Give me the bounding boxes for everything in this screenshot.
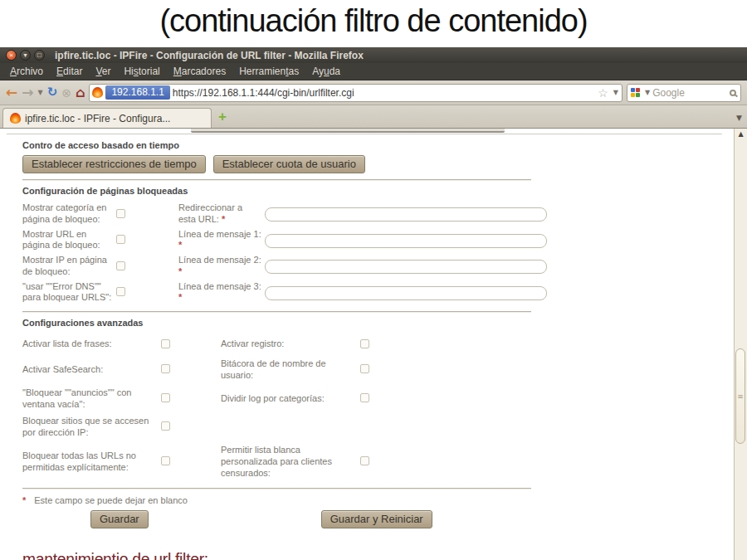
forward-icon[interactable]: →: [22, 85, 33, 100]
custom-whitelist-checkbox[interactable]: [360, 456, 369, 465]
menu-archivo[interactable]: Archivo: [3, 66, 50, 77]
scrollbar-thumb[interactable]: ≡: [735, 348, 745, 444]
required-field-legend: *Este campo se puede dejar en blanco: [22, 495, 531, 505]
split-log-label: Dividir log por categorías:: [221, 390, 360, 407]
enable-log-checkbox[interactable]: [360, 339, 369, 348]
form-row: Activar SafeSearch: Bitácora de de nombr…: [22, 355, 531, 384]
required-mark: *: [178, 292, 261, 304]
form-row: Activar lista de frases: Activar registr…: [22, 333, 531, 355]
google-logo-icon: [631, 88, 640, 97]
form-row: Mostrar URL en página de bloqueo: Línea …: [22, 227, 531, 254]
block-ip-sites-label: Bloquear sitios que se accesen por direc…: [22, 412, 161, 441]
time-restrictions-button[interactable]: Establecer restricciones de tiempo: [22, 155, 206, 173]
search-engine-dropdown-icon[interactable]: ▼: [642, 89, 650, 96]
message-line-2-input[interactable]: [265, 260, 547, 274]
menu-editar[interactable]: Editar: [50, 66, 89, 77]
required-mark: *: [178, 266, 261, 278]
redirect-url-input[interactable]: [265, 207, 547, 222]
stop-icon[interactable]: ⊗: [61, 87, 71, 99]
phrase-list-checkbox[interactable]: [161, 339, 170, 348]
block-ads-checkbox[interactable]: [161, 393, 170, 402]
url-text[interactable]: https://192.168.1.1:444/cgi-bin/urlfilte…: [173, 87, 595, 99]
message-line-1-input[interactable]: [265, 234, 547, 248]
window-title: ipfire.tic.loc - IPFire - Configuración …: [55, 50, 364, 61]
new-tab-icon[interactable]: +: [218, 109, 227, 125]
username-log-checkbox[interactable]: [360, 364, 369, 373]
menu-ver[interactable]: Ver: [89, 66, 117, 77]
vertical-scrollbar[interactable]: ▲ ≡: [734, 129, 747, 560]
section-title-time-access: Contro de acceso basado en tiempo: [22, 140, 531, 150]
message-line-3-input[interactable]: [265, 286, 547, 300]
form-row: Mostrar categoría en página de bloqueo: …: [22, 201, 531, 227]
block-ads-label: "Bloquear ""anuncios"" con ventana vacía…: [22, 384, 161, 413]
search-input[interactable]: [652, 87, 727, 99]
show-category-checkbox[interactable]: [116, 209, 125, 218]
window-titlebar: × ▾ □ ipfire.tic.loc - IPFire - Configur…: [0, 47, 747, 63]
menu-marcadores[interactable]: Marcadores: [167, 66, 232, 77]
search-box[interactable]: ▼: [627, 84, 741, 102]
tab-ipfire[interactable]: ipfire.tic.loc - IPFire - Configura...: [2, 108, 212, 128]
safesearch-checkbox[interactable]: [161, 364, 170, 373]
reload-icon[interactable]: ↻: [47, 86, 58, 99]
tab-list-dropdown-icon[interactable]: ▼: [736, 114, 742, 122]
required-mark: *: [178, 240, 261, 251]
section-divider: [22, 311, 531, 313]
username-log-label: Bitácora de de nombre de usuario:: [221, 355, 360, 384]
message-line-2-label: Línea de mensaje 2:: [178, 255, 261, 265]
menu-herramientas[interactable]: Herramientas: [232, 66, 305, 77]
maximize-window-icon[interactable]: □: [34, 50, 45, 61]
url-bar[interactable]: 192.168.1.1 https://192.168.1.1:444/cgi-…: [89, 84, 622, 102]
form-row: "usar ""Error DNS"" para bloquear URLS":…: [22, 280, 531, 306]
message-line-3-label: Línea de mensaje 3:: [178, 281, 261, 291]
menu-historial[interactable]: Historial: [117, 66, 166, 77]
phrase-list-label: Activar lista de frases:: [22, 335, 161, 352]
show-category-label: Mostrar categoría en página de bloqueo:: [22, 201, 116, 227]
save-restart-button[interactable]: Guardar y Reiniciar: [321, 510, 432, 528]
empty-label: [221, 424, 360, 429]
navigation-toolbar: ← → ▼ ↻ ⊗ ⌂ 192.168.1.1 https://192.168.…: [0, 80, 747, 105]
minimize-window-icon[interactable]: ▾: [20, 50, 31, 61]
menu-ayuda[interactable]: Ayuda: [305, 66, 347, 77]
section-title-blocked-pages: Configuración de páginas bloqueadas: [22, 186, 531, 196]
close-window-icon[interactable]: ×: [6, 50, 17, 61]
site-identity-button[interactable]: 192.168.1.1: [105, 85, 169, 100]
tab-bar: ipfire.tic.loc - IPFire - Configura... +…: [0, 105, 747, 128]
block-all-urls-label: Bloquear todas las URLs no permitidas ex…: [22, 447, 161, 476]
user-quota-button[interactable]: Establecer cuota de usuario: [213, 155, 365, 173]
form-row: Bloquear sitios que se accesen por direc…: [22, 412, 531, 441]
show-url-checkbox[interactable]: [116, 235, 125, 244]
page-content: Contro de acceso basado en tiempo Establ…: [0, 129, 734, 560]
browser-window: × ▾ □ ipfire.tic.loc - IPFire - Configur…: [0, 47, 747, 560]
block-all-urls-checkbox[interactable]: [161, 456, 170, 465]
page-viewport: Contro de acceso basado en tiempo Establ…: [0, 128, 747, 560]
slide-title: (continuación filtro de contenido): [0, 0, 747, 47]
back-icon[interactable]: ←: [6, 85, 17, 100]
section-title-advanced: Configuraciones avanzadas: [22, 318, 531, 328]
form-row: Mostrar IP en página de bloqueo: Línea d…: [22, 253, 531, 280]
dns-error-checkbox[interactable]: [116, 287, 125, 296]
safesearch-label: Activar SafeSearch:: [22, 361, 161, 377]
split-log-checkbox[interactable]: [360, 393, 369, 402]
save-button[interactable]: Guardar: [90, 510, 149, 528]
section-divider: [22, 488, 531, 489]
message-line-1-label: Línea de mensaje 1:: [178, 229, 261, 239]
cutoff-element-fragment: [191, 129, 505, 133]
url-dropdown-icon[interactable]: ▼: [611, 89, 618, 96]
search-icon[interactable]: [730, 90, 736, 96]
cutoff-divider: [7, 134, 722, 134]
history-dropdown-icon[interactable]: ▼: [38, 90, 43, 96]
block-ip-sites-checkbox[interactable]: [161, 421, 170, 431]
site-favicon-icon: [92, 87, 103, 98]
grip-icon: ≡: [737, 392, 744, 401]
home-icon[interactable]: ⌂: [76, 86, 85, 100]
form-row: Bloquear todas las URLs no permitidas ex…: [22, 441, 531, 482]
bookmark-star-icon[interactable]: ☆: [598, 86, 608, 100]
scroll-up-icon[interactable]: ▲: [735, 130, 747, 138]
custom-whitelist-label: Permitir lista blanca personalizada para…: [221, 441, 360, 482]
form-row: "Bloquear ""anuncios"" con ventana vacía…: [22, 384, 531, 413]
dns-error-label: "usar ""Error DNS"" para bloquear URLS":: [22, 280, 116, 306]
required-mark: *: [222, 214, 225, 224]
window-controls: × ▾ □: [6, 50, 45, 61]
show-ip-checkbox[interactable]: [116, 261, 125, 270]
enable-log-label: Activar registro:: [221, 335, 360, 352]
